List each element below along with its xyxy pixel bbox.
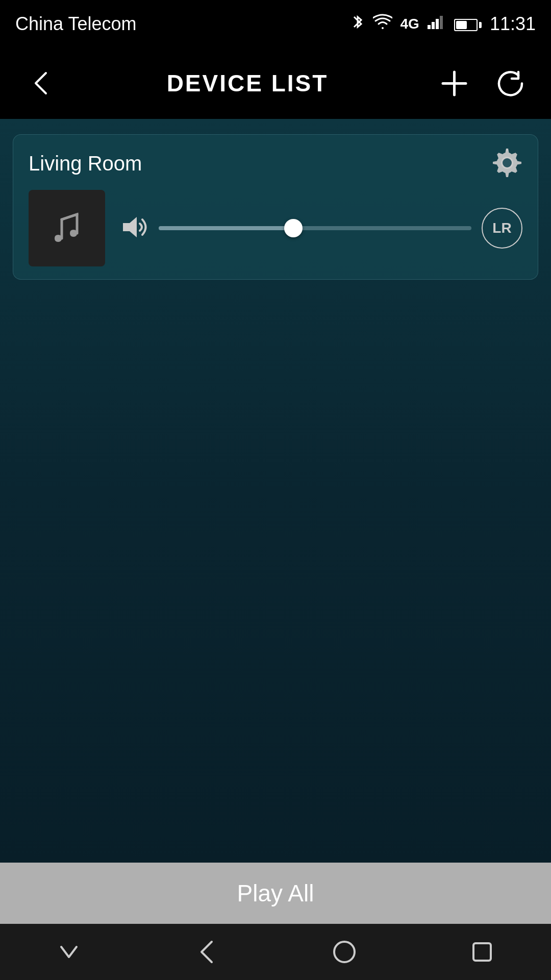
header-actions xyxy=(434,63,531,104)
nav-bar xyxy=(0,924,551,980)
status-icons: 4G 11:31 xyxy=(350,13,536,35)
device-settings-button[interactable] xyxy=(492,148,522,180)
svg-rect-3 xyxy=(440,16,443,29)
volume-section: LR xyxy=(120,208,522,249)
bluetooth-icon xyxy=(350,13,365,35)
svg-rect-0 xyxy=(428,25,431,29)
header: DEVICE LIST xyxy=(0,47,551,119)
svg-rect-1 xyxy=(432,22,435,29)
device-card-header: Living Room xyxy=(29,148,522,180)
svg-rect-2 xyxy=(436,19,439,29)
main-content: Living Room xyxy=(0,119,551,863)
svg-marker-8 xyxy=(123,217,137,237)
add-device-button[interactable] xyxy=(434,63,474,104)
wifi-icon xyxy=(373,14,392,34)
album-art[interactable] xyxy=(29,190,105,266)
back-button[interactable] xyxy=(20,63,61,104)
device-card: Living Room xyxy=(13,134,538,280)
svg-rect-10 xyxy=(473,943,491,961)
play-all-bar: Play All xyxy=(0,863,551,924)
volume-thumb[interactable] xyxy=(284,219,303,237)
nav-recents-button[interactable] xyxy=(457,924,508,980)
svg-point-9 xyxy=(334,942,355,962)
network-type-label: 4G xyxy=(400,16,419,32)
device-card-body: LR xyxy=(29,190,522,266)
svg-point-7 xyxy=(503,158,512,167)
status-time: 11:31 xyxy=(490,13,536,35)
battery-icon xyxy=(454,14,482,33)
volume-slider[interactable] xyxy=(159,226,471,230)
nav-down-button[interactable] xyxy=(43,924,94,980)
refresh-button[interactable] xyxy=(490,63,531,104)
lr-badge-button[interactable]: LR xyxy=(482,208,522,249)
status-bar: China Telecom 4G xyxy=(0,0,551,47)
carrier-label: China Telecom xyxy=(15,13,136,35)
page-title: DEVICE LIST xyxy=(167,69,329,97)
volume-icon xyxy=(120,214,148,242)
play-all-button[interactable]: Play All xyxy=(0,863,551,924)
device-name: Living Room xyxy=(29,152,142,175)
nav-back-button[interactable] xyxy=(181,924,232,980)
volume-track-fill xyxy=(159,226,293,230)
nav-home-button[interactable] xyxy=(319,924,370,980)
signal-icon xyxy=(428,14,446,33)
